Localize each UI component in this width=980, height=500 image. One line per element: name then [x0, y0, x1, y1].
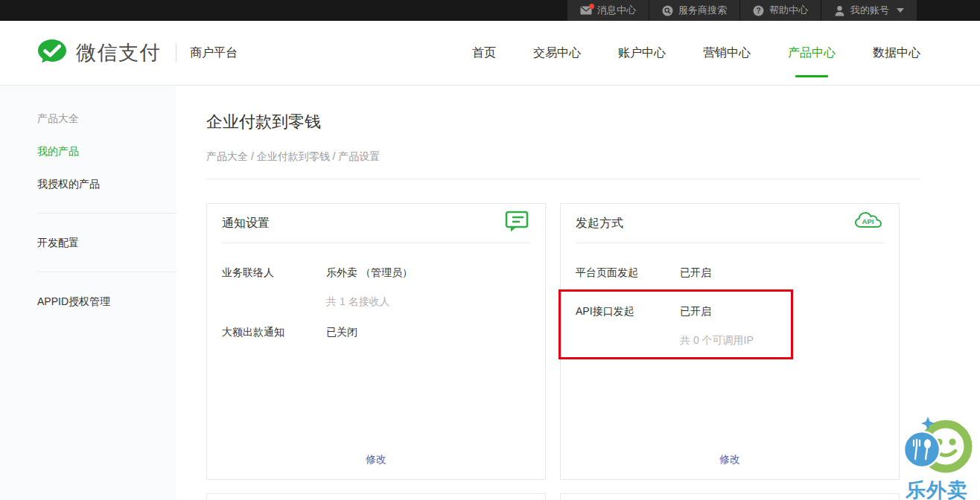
- nav-item-data-center[interactable]: 数据中心: [873, 21, 920, 85]
- sidebar-item-my-products[interactable]: 我的产品: [37, 145, 79, 158]
- wechat-pay-logo-icon: [37, 39, 67, 67]
- unread-badge-dot: [589, 4, 594, 9]
- brand[interactable]: 微信支付 商户平台: [37, 39, 238, 67]
- svg-text:?: ?: [756, 7, 760, 15]
- sidebar: 产品大全 我的产品 我授权的产品 开发配置 APPID授权管理: [0, 86, 176, 500]
- topbar-item-help-center[interactable]: ? 帮助中心: [739, 0, 821, 21]
- topbar-item-provider-search[interactable]: 服务商搜索: [649, 0, 739, 21]
- modify-link[interactable]: 修改: [561, 453, 899, 467]
- search-icon: [662, 5, 673, 16]
- sidebar-divider: [37, 213, 176, 214]
- sidebar-divider: [37, 272, 176, 272]
- nav-item-product-center[interactable]: 产品中心: [788, 21, 836, 85]
- card-notification-settings: 通知设置 业务联络人 乐外卖 （管理员） 共 1 名接收人 大额出款通知 已关闭…: [206, 203, 546, 480]
- card-initiation-methods: 发起方式 API 平台页面发起 已开启 API接口发起 已开启 共 0 个可调用…: [560, 203, 900, 480]
- card-header-divider: [222, 243, 530, 243]
- nav-item-home[interactable]: 首页: [472, 21, 496, 85]
- brand-name: 微信支付: [76, 39, 161, 66]
- brand-separator: [176, 44, 176, 62]
- card-stub: [206, 493, 546, 500]
- sidebar-item-authorized-products[interactable]: 我授权的产品: [37, 178, 100, 191]
- content-divider: [206, 179, 920, 179]
- card-title: 发起方式: [576, 216, 623, 231]
- sidebar-item-all-products[interactable]: 产品大全: [37, 112, 79, 126]
- topbar-tabs: 消息中心 服务商搜索 ?: [567, 0, 917, 21]
- modify-link[interactable]: 修改: [207, 453, 545, 467]
- sidebar-item-dev-config[interactable]: 开发配置: [37, 237, 79, 250]
- topbar-item-label: 帮助中心: [769, 4, 808, 17]
- topbar-item-my-account[interactable]: 我的账号: [821, 0, 917, 21]
- sidebar-item-appid-auth[interactable]: APPID授权管理: [37, 295, 110, 309]
- card-stub: [560, 493, 900, 500]
- user-icon: [834, 5, 845, 16]
- row-value: 已关闭: [326, 326, 357, 339]
- lewaimai-logo-icon: [901, 414, 973, 478]
- row-label: API接口发起: [576, 305, 634, 318]
- nav-item-label: 产品中心: [788, 45, 836, 61]
- page-title: 企业付款到零钱: [206, 111, 321, 133]
- topbar-item-label: 消息中心: [597, 4, 636, 17]
- row-value: 乐外卖 （管理员）: [326, 266, 413, 280]
- card-title: 通知设置: [222, 216, 270, 231]
- topbar-item-label: 我的账号: [850, 4, 889, 17]
- row-label: 平台页面发起: [576, 266, 638, 280]
- svg-text:API: API: [862, 217, 874, 225]
- topbar: 消息中心 服务商搜索 ?: [0, 0, 980, 21]
- row-sub-value: 共 0 个可调用IP: [680, 334, 754, 347]
- wechat-pay-merchant-platform: 消息中心 服务商搜索 ?: [0, 0, 980, 500]
- row-value: 已开启: [680, 305, 711, 318]
- topbar-item-messages[interactable]: 消息中心: [567, 0, 649, 21]
- nav-item-transaction-center[interactable]: 交易中心: [533, 21, 581, 85]
- mail-icon: [580, 6, 592, 15]
- row-sub-value: 共 1 名接收人: [326, 295, 390, 309]
- brand-portal-label: 商户平台: [190, 45, 238, 61]
- breadcrumb: 产品大全 / 企业付款到零钱 / 产品设置: [206, 150, 380, 164]
- help-icon: ?: [753, 5, 764, 16]
- active-nav-underline: [795, 75, 828, 77]
- lewaimai-watermark: 乐外卖: [900, 414, 974, 500]
- topbar-item-label: 服务商搜索: [678, 4, 727, 17]
- api-cloud-icon: API: [854, 211, 882, 234]
- main-nav: 首页 交易中心 账户中心 营销中心 产品中心 数据中心: [472, 21, 920, 85]
- card-header-divider: [576, 243, 884, 243]
- nav-item-account-center[interactable]: 账户中心: [618, 21, 666, 85]
- message-bubble-icon: [505, 211, 529, 235]
- row-label: 业务联络人: [222, 266, 274, 280]
- nav-item-marketing-center[interactable]: 营销中心: [703, 21, 751, 85]
- row-label: 大额出款通知: [222, 326, 284, 339]
- chevron-down-icon: [897, 8, 904, 13]
- header: 微信支付 商户平台 首页 交易中心 账户中心 营销中心 产品中心 数据中心: [0, 21, 980, 86]
- row-value: 已开启: [680, 266, 711, 280]
- lewaimai-logo-text: 乐外卖: [900, 481, 974, 500]
